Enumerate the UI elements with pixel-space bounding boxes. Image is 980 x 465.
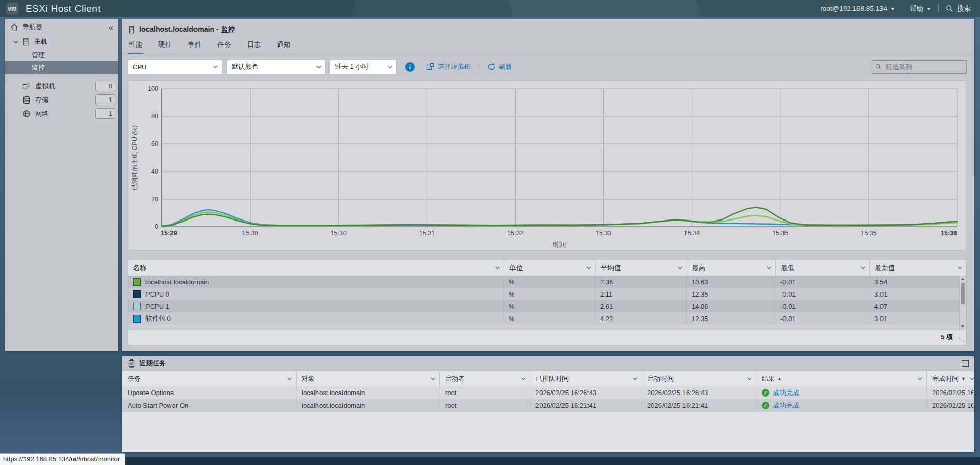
color-scheme-select[interactable]: 默认颜色 (227, 60, 325, 74)
task-result-link[interactable]: 成功完成 (773, 401, 799, 410)
column-header-minimum[interactable]: 最低 (776, 260, 870, 276)
svg-text:15:31: 15:31 (419, 230, 435, 237)
column-header-completed[interactable]: 完成时间▼ (927, 371, 978, 386)
column-header-average[interactable]: 平均值 (596, 260, 687, 276)
tree-node-host-label: 主机 (34, 37, 47, 46)
monitor-tabs: 性能 硬件 事件 任务 日志 通知 (122, 37, 974, 54)
recent-tasks-header: 近期任务 (122, 356, 974, 371)
time-period-select[interactable]: 过去 1 小时 (330, 60, 397, 74)
column-header-task[interactable]: 任务 (122, 371, 297, 386)
sort-ascending-icon: ▲ (777, 376, 782, 381)
chevron-down-icon (213, 65, 218, 68)
task-row[interactable]: Update Options localhost.localdomain roo… (122, 386, 974, 399)
divider (902, 4, 902, 13)
scroll-up-arrow-icon[interactable] (961, 278, 964, 280)
network-icon (22, 110, 31, 118)
table-row[interactable]: PCPU 0 % 2.11 12.35 -0.01 3.01 (128, 288, 966, 300)
svg-text:15:34: 15:34 (684, 230, 700, 237)
main-panel: localhost.localdomain - 监控 性能 硬件 事件 任务 日… (122, 19, 974, 351)
svg-text:15:29: 15:29 (161, 230, 177, 237)
performance-table-footer: 5 项 ⋱ (128, 330, 966, 345)
column-header-target[interactable]: 对象 (297, 371, 440, 386)
vertical-scrollbar[interactable] (959, 276, 966, 330)
select-vms-button[interactable]: 选择虚拟机 (426, 62, 471, 71)
chevron-down-icon (914, 377, 922, 380)
task-result-link[interactable]: 成功完成 (773, 388, 799, 398)
tab-performance[interactable]: 性能 (128, 37, 143, 54)
series-color-swatch (133, 278, 141, 286)
tab-tasks[interactable]: 任务 (216, 37, 232, 54)
series-color-swatch (133, 303, 141, 310)
svg-text:0: 0 (155, 223, 158, 230)
scroll-down-arrow-icon[interactable] (961, 325, 964, 328)
column-header-initiator[interactable]: 启动者 (440, 371, 530, 386)
chevron-down-icon (283, 377, 292, 380)
recent-tasks-panel: 近期任务 任务 对象 启动者 已排队时间 启动时间 结果▲ 完成时间▼ Upda… (122, 356, 974, 452)
sidebar-item-vms-label: 虚拟机 (35, 82, 55, 91)
sidebar-item-vms[interactable]: 虚拟机 0 (5, 79, 118, 93)
vm-count-badge: 0 (95, 81, 115, 91)
info-icon[interactable]: i (405, 62, 415, 72)
success-check-icon: ✓ (762, 402, 769, 409)
column-header-unit[interactable]: 单位 (504, 260, 596, 276)
color-scheme-value: 默认颜色 (232, 62, 258, 71)
success-check-icon: ✓ (762, 389, 769, 397)
tab-events[interactable]: 事件 (187, 37, 203, 54)
home-icon (10, 23, 18, 31)
search-icon (875, 63, 881, 70)
chevron-down-icon (856, 266, 865, 270)
table-row[interactable]: PCPU 1 % 2.61 14.06 -0.01 4.07 (128, 300, 966, 312)
user-menu[interactable]: root@192.168.85.134 (820, 5, 895, 12)
scrollbar-thumb[interactable] (961, 283, 965, 304)
tree-node-monitor[interactable]: 监控 (5, 61, 118, 74)
sidebar-item-networking[interactable]: 网络 1 (5, 107, 118, 120)
items-count: 5 项 (941, 333, 953, 342)
tab-logs[interactable]: 日志 (246, 37, 262, 54)
refresh-button[interactable]: 刷新 (487, 62, 512, 71)
divider (479, 62, 479, 71)
chevron-down-icon (743, 377, 752, 380)
help-menu[interactable]: 帮助 (910, 4, 931, 13)
chevron-down-icon (427, 377, 435, 380)
task-row[interactable]: Auto Start Power On localhost.localdomai… (122, 399, 974, 412)
help-menu-label: 帮助 (910, 4, 923, 13)
svg-text:15:30: 15:30 (242, 230, 258, 237)
series-color-swatch (133, 290, 141, 298)
metric-select[interactable]: CPU (128, 60, 222, 74)
column-header-name[interactable]: 名称 (128, 260, 504, 276)
maximize-panel-icon[interactable] (962, 360, 969, 367)
series-color-swatch (133, 315, 141, 323)
resize-grip-icon[interactable]: ⋱ (959, 337, 964, 344)
table-row[interactable]: 软件包 0 % 4.22 12.35 -0.01 3.01 (128, 312, 966, 325)
table-row[interactable]: localhost.localdomain % 2.36 10.63 -0.01… (128, 276, 966, 288)
chevron-down-icon (763, 266, 771, 270)
storage-icon (22, 96, 31, 104)
sidebar-item-storage[interactable]: 存储 1 (5, 93, 118, 107)
esxi-host-client-screen: vm ESXi Host Client root@192.168.85.134 … (0, 0, 980, 465)
column-header-queued[interactable]: 已排队时间 (530, 371, 642, 386)
column-header-latest[interactable]: 最新值 (870, 260, 966, 276)
user-menu-label: root@192.168.85.134 (820, 5, 887, 12)
tasks-table: 任务 对象 启动者 已排队时间 启动时间 结果▲ 完成时间▼ Update Op… (122, 371, 974, 452)
page-title: localhost.localdomain - 监控 (139, 25, 235, 34)
svg-text:15:36: 15:36 (941, 230, 957, 237)
tree-node-manage[interactable]: 管理 (5, 48, 118, 61)
global-search[interactable]: 搜索 (946, 4, 971, 13)
series-filter-input[interactable] (885, 63, 963, 71)
tab-hardware[interactable]: 硬件 (157, 37, 173, 54)
column-header-result[interactable]: 结果▲ (756, 371, 927, 386)
tasks-panel-filler (122, 412, 974, 452)
svg-text:80: 80 (151, 113, 158, 120)
refresh-icon (487, 63, 496, 71)
tree-node-host[interactable]: 主机 (5, 35, 118, 48)
svg-text:15:30: 15:30 (331, 230, 347, 237)
tasks-table-header: 任务 对象 启动者 已排队时间 启动时间 结果▲ 完成时间▼ (122, 371, 974, 386)
chevron-down-icon (674, 266, 682, 270)
collapse-sidebar-button[interactable]: « (109, 23, 113, 32)
column-header-started[interactable]: 启动时间 (642, 371, 756, 386)
tab-notifications[interactable]: 通知 (276, 37, 291, 54)
column-header-maximum[interactable]: 最高 (687, 260, 776, 276)
sidebar-item-networking-label: 网络 (35, 109, 48, 118)
time-period-value: 过去 1 小时 (335, 62, 369, 71)
titlebar-right: root@192.168.85.134 帮助 搜索 (820, 4, 980, 13)
